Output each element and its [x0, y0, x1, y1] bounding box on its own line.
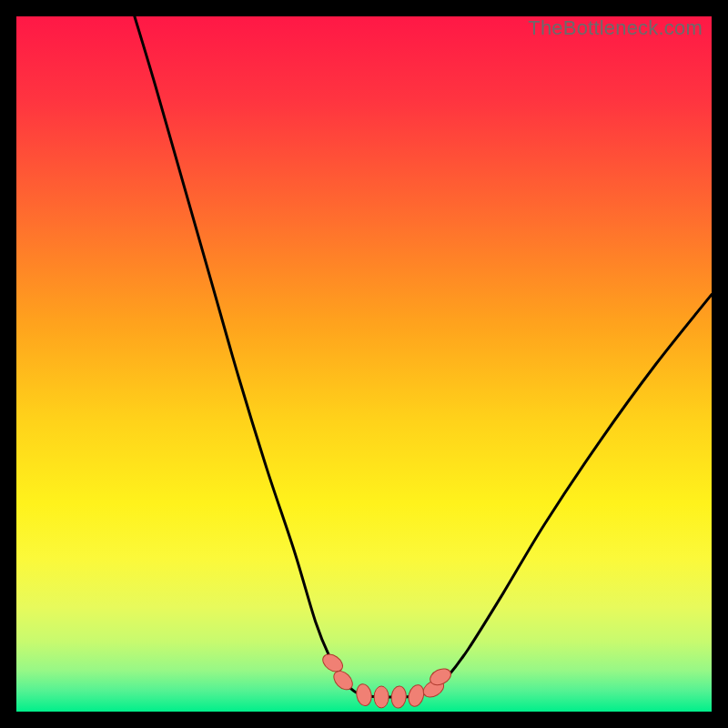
bottleneck-chart: [16, 16, 712, 712]
gradient-background: [16, 16, 712, 712]
chart-frame: TheBottleneck.com: [16, 16, 712, 712]
curve-marker: [374, 686, 389, 708]
watermark-label: TheBottleneck.com: [528, 16, 703, 40]
